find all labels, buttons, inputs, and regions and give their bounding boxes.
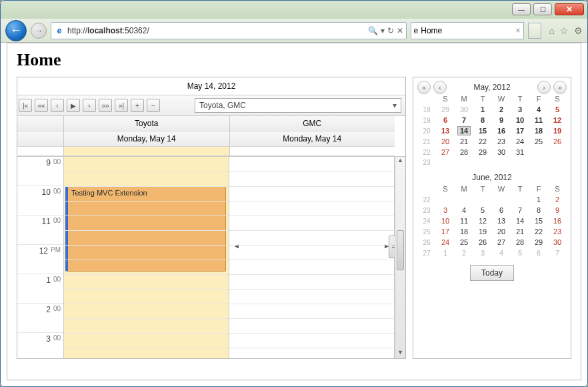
calendar-day[interactable]: 16 <box>492 125 511 136</box>
calendar-day[interactable]: 28 <box>455 147 473 157</box>
calendar-day[interactable] <box>511 194 529 205</box>
calendar-day[interactable] <box>548 147 567 157</box>
time-cell-col-toyota[interactable]: Testing MVC Extension <box>64 157 229 358</box>
calendar-day[interactable]: 26 <box>473 237 492 248</box>
calendar-day[interactable]: 15 <box>473 125 492 136</box>
calendar-day[interactable]: 12 <box>548 115 567 125</box>
calendar-day[interactable]: 3 <box>436 205 455 216</box>
resource-dropdown[interactable]: Toyota, GMC <box>195 98 401 113</box>
calendar-day[interactable]: 29 <box>473 147 492 157</box>
window-close-button[interactable]: ✕ <box>555 3 584 15</box>
calendar-day[interactable]: 25 <box>529 136 548 147</box>
calendar-day[interactable]: 23 <box>548 226 567 237</box>
calendar-day[interactable] <box>511 157 529 167</box>
calendar-day[interactable]: 3 <box>473 248 492 258</box>
calendar-day[interactable]: 27 <box>436 147 455 157</box>
cal-next-year-button[interactable]: » <box>553 81 567 94</box>
appointment[interactable]: Testing MVC Extension <box>65 186 226 272</box>
calendar-day[interactable]: 2 <box>455 248 473 258</box>
window-maximize-button[interactable]: ☐ <box>533 3 552 15</box>
calendar-day[interactable]: 18 <box>455 226 473 237</box>
calendar-day[interactable]: 18 <box>529 125 548 136</box>
calendar-day[interactable]: 4 <box>529 104 548 115</box>
sched-play-button[interactable]: ▶ <box>67 99 80 112</box>
cal-next-month-button[interactable]: › <box>537 81 551 94</box>
calendar-day[interactable]: 30 <box>455 104 473 115</box>
calendar-day[interactable]: 1 <box>436 248 455 258</box>
calendar-day[interactable]: 1 <box>529 194 548 205</box>
calendar-day[interactable] <box>529 147 548 157</box>
calendar-day[interactable]: 29 <box>436 104 455 115</box>
calendar-day[interactable]: 21 <box>455 136 473 147</box>
calendar-day[interactable] <box>529 157 548 167</box>
calendar-day[interactable]: 30 <box>548 237 567 248</box>
calendar-day[interactable] <box>548 157 567 167</box>
today-button[interactable]: Today <box>470 265 514 281</box>
calendar-day[interactable]: 15 <box>529 216 548 226</box>
calendar-day[interactable] <box>492 194 511 205</box>
calendar-day[interactable]: 7 <box>511 205 529 216</box>
refresh-icon[interactable]: ↻ <box>387 26 394 35</box>
calendar-day[interactable]: 2 <box>548 194 567 205</box>
scroll-up-icon[interactable]: ▲ <box>395 157 405 166</box>
calendar-day[interactable]: 19 <box>473 226 492 237</box>
new-tab-button[interactable] <box>528 23 541 39</box>
time-cell-col-gmc[interactable]: ◄► ≡ <box>229 157 395 358</box>
dropdown-icon[interactable]: ▾ <box>381 26 385 35</box>
nav-back-button[interactable]: ← <box>5 20 27 41</box>
calendar-day[interactable] <box>473 157 492 167</box>
calendar-day[interactable]: 14 <box>511 216 529 226</box>
calendar-day[interactable]: 6 <box>492 205 511 216</box>
settings-icon[interactable]: ⚙ <box>574 25 583 36</box>
sched-prev-button[interactable]: ‹ <box>51 99 64 112</box>
favorites-icon[interactable]: ☆ <box>560 25 569 36</box>
calendar-day[interactable]: 9 <box>548 205 567 216</box>
calendar-day[interactable]: 23 <box>492 136 511 147</box>
calendar-day[interactable]: 31 <box>511 147 529 157</box>
allday-cell[interactable] <box>64 147 229 156</box>
calendar-day[interactable]: 22 <box>529 226 548 237</box>
home-icon[interactable]: ⌂ <box>549 25 555 36</box>
calendar-day[interactable]: 7 <box>548 248 567 258</box>
calendar-day[interactable]: 20 <box>492 226 511 237</box>
sched-fastnext-button[interactable]: »» <box>99 99 112 112</box>
calendar-day[interactable]: 30 <box>492 147 511 157</box>
calendar-day[interactable]: 21 <box>511 226 529 237</box>
calendar-day[interactable] <box>436 194 455 205</box>
calendar-day[interactable]: 26 <box>548 136 567 147</box>
scrollbar-thumb[interactable] <box>397 230 404 270</box>
address-bar[interactable]: e http://localhost:50362/ 🔍 ▾ ↻ ✕ <box>51 22 407 39</box>
calendar-day[interactable]: 12 <box>473 216 492 226</box>
calendar-day[interactable] <box>436 157 455 167</box>
calendar-day[interactable]: 17 <box>436 226 455 237</box>
calendar-day[interactable]: 9 <box>492 115 511 125</box>
sched-fastprev-button[interactable]: «« <box>35 99 48 112</box>
calendar-day[interactable]: 5 <box>473 205 492 216</box>
browser-tab[interactable]: e Home × <box>411 22 524 39</box>
calendar-day[interactable]: 11 <box>529 115 548 125</box>
vertical-scrollbar[interactable]: ▲ ▼ <box>395 157 405 358</box>
calendar-day[interactable]: 24 <box>511 136 529 147</box>
calendar-day[interactable]: 11 <box>455 216 473 226</box>
calendar-day[interactable]: 2 <box>492 104 511 115</box>
cal-prev-month-button[interactable]: ‹ <box>433 81 447 94</box>
calendar-day[interactable] <box>455 157 473 167</box>
calendar-day[interactable]: 17 <box>511 125 529 136</box>
calendar-day[interactable]: 19 <box>548 125 567 136</box>
calendar-day[interactable]: 5 <box>548 104 567 115</box>
calendar-day[interactable]: 1 <box>473 104 492 115</box>
calendar-day[interactable] <box>492 157 511 167</box>
calendar-day[interactable]: 8 <box>529 205 548 216</box>
calendar-day[interactable] <box>455 194 473 205</box>
calendar-day[interactable] <box>473 194 492 205</box>
window-minimize-button[interactable]: — <box>512 3 531 15</box>
scroll-left-icon[interactable]: ◄ <box>233 242 240 250</box>
calendar-day[interactable]: 27 <box>492 237 511 248</box>
calendar-day[interactable]: 4 <box>492 248 511 258</box>
calendar-day[interactable]: 29 <box>529 237 548 248</box>
scroll-down-icon[interactable]: ▼ <box>395 349 405 358</box>
calendar-day[interactable]: 7 <box>455 115 473 125</box>
sched-first-button[interactable]: |« <box>19 99 32 112</box>
allday-cell[interactable] <box>230 147 395 156</box>
calendar-day[interactable]: 10 <box>436 216 455 226</box>
